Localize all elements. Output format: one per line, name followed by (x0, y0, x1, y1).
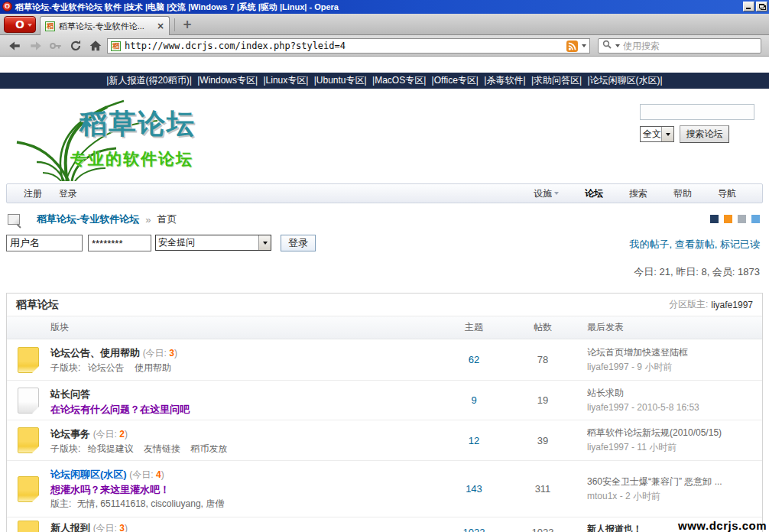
rss-icon[interactable] (566, 41, 578, 52)
nav-macos[interactable]: |MacOS专区| (372, 75, 426, 86)
style-square-navy[interactable] (710, 215, 719, 223)
style-square-blue[interactable] (751, 215, 760, 223)
board-link[interactable]: 论坛事务 (50, 428, 90, 440)
breadcrumb-site-link[interactable]: 稻草论坛-专业软件论坛 (37, 212, 139, 226)
nav-antivirus[interactable]: |杀毒软件| (484, 75, 525, 86)
security-question-select[interactable]: 安全提问 (155, 235, 271, 251)
nav-water[interactable]: |论坛闲聊区(水区)| (587, 75, 662, 86)
nav-help[interactable]: |求助问答区| (531, 75, 582, 86)
select-arrow-icon (258, 235, 271, 250)
board-link[interactable]: 论坛闲聊区(水区) (50, 469, 127, 480)
new-tab-button[interactable]: + (180, 18, 194, 31)
mods-label: 版主: (50, 498, 71, 509)
nav-linux[interactable]: |Linux专区| (263, 75, 308, 86)
board-link[interactable]: 论坛公告、使用帮助 (50, 347, 140, 358)
last-post-meta: liyafe1997 - 2010-5-8 16:53 (587, 401, 762, 415)
col-last: 最后发表 (577, 321, 762, 334)
topic-count: 62 (440, 339, 508, 380)
forum-category-box: 稻草论坛 分区版主: liyafe1997 版块 主题 帖数 最后发表 论坛公告… (6, 293, 763, 532)
menu-forum[interactable]: 论坛 (585, 187, 603, 200)
post-count: 1023 (508, 517, 577, 532)
today-count: 4 (156, 469, 161, 480)
post-count: 39 (508, 420, 577, 460)
subforum-link[interactable]: 论坛公告 (88, 362, 125, 373)
moderators-links[interactable]: 无情, 651141618, ciscoliuyang, 唐僧 (77, 498, 225, 509)
last-post-link[interactable]: 360安全卫士爆“兼容门” 恶意卸 ... (587, 475, 762, 489)
minimize-button[interactable] (743, 2, 754, 11)
topic-count: 1022 (440, 517, 508, 532)
category-title[interactable]: 稻草论坛 (16, 298, 669, 312)
tab-title: 稻草论坛-专业软件论... (59, 21, 153, 32)
sub-label: 子版块: (50, 362, 80, 373)
forum-new-posts-icon (18, 476, 39, 502)
subforum-link[interactable]: 稻币发放 (190, 443, 227, 454)
my-posts-links[interactable]: 我的帖子, 查看新帖, 标记已读 (630, 238, 760, 251)
col-topics: 主题 (440, 321, 508, 334)
select-arrow-icon (661, 127, 673, 141)
menu-help[interactable]: 帮助 (673, 187, 692, 200)
search-engine-dropdown-icon[interactable] (615, 44, 620, 47)
password-field[interactable] (88, 235, 151, 251)
opera-menu-button[interactable]: O (4, 16, 36, 33)
table-row: 站长问答 在论坛有什么问题？在这里问吧 9 19 站长求助 liyafe1997… (7, 381, 762, 420)
topic-count: 9 (440, 381, 508, 420)
last-post-meta: mtou1x - 2 小时前 (587, 489, 762, 504)
search-scope-select[interactable]: 全文 (640, 126, 674, 142)
site-logo-subtitle: 专业的软件论坛 (70, 148, 193, 170)
style-switcher (710, 215, 760, 223)
login-submit-button[interactable]: 登录 (281, 235, 316, 251)
chevron-down-icon (28, 24, 32, 27)
table-row: 论坛闲聊区(水区) (今日: 4) 想灌水吗？来这里灌水吧！ 版主: 无情, 6… (7, 461, 762, 517)
browser-tab[interactable]: 稻 稻草论坛-专业软件论... × (40, 16, 170, 35)
rss-dropdown-icon[interactable] (582, 44, 586, 47)
restore-button[interactable] (756, 2, 767, 11)
home-button[interactable] (89, 39, 102, 53)
menu-nav[interactable]: 导航 (718, 187, 736, 200)
forum-new-posts-icon (18, 521, 39, 532)
forum-menubar: 注册 登录 设施 论坛 搜索 帮助 导航 (6, 183, 763, 203)
url-field[interactable]: 稻 http://www.dcrjs.com/index.php?styleid… (107, 38, 590, 54)
subforum-link[interactable]: 友情链接 (144, 443, 180, 454)
username-field[interactable] (6, 235, 83, 251)
search-scope-value: 全文 (641, 128, 661, 141)
url-text: http://www.dcrjs.com/index.php?styleid=4 (125, 41, 563, 51)
menu-search[interactable]: 搜索 (629, 187, 647, 200)
forward-button[interactable] (29, 39, 43, 53)
forum-search-button[interactable]: 搜索论坛 (680, 125, 729, 143)
site-header: 稻草论坛 专业的软件论坛 全文 搜索论坛 (0, 89, 769, 181)
breadcrumb-separator: » (145, 214, 151, 225)
browser-search-box[interactable] (598, 38, 761, 54)
reload-button[interactable] (69, 39, 83, 53)
forum-search-input[interactable] (640, 104, 754, 120)
col-board: 版块 (7, 321, 440, 334)
tab-close-icon[interactable]: × (157, 21, 164, 31)
login-link[interactable]: 登录 (59, 187, 77, 200)
moderator-link[interactable]: liyafe1997 (711, 300, 753, 310)
browser-search-input[interactable] (623, 41, 757, 51)
topic-count: 12 (440, 420, 508, 460)
back-button[interactable] (8, 39, 21, 53)
post-count: 78 (508, 339, 577, 380)
subforum-link[interactable]: 使用帮助 (135, 362, 171, 373)
post-count: 311 (508, 461, 577, 517)
nav-newbie[interactable]: |新人报道(得20稻币)| (106, 75, 192, 86)
wand-key-icon[interactable] (49, 39, 63, 53)
url-favicon-icon: 稻 (111, 41, 121, 51)
board-link[interactable]: 站长问答 (50, 388, 90, 400)
table-row: 论坛事务 (今日: 2) 子版块: 给我提建议 友情链接 稻币发放 12 39 … (7, 420, 762, 461)
last-post-link[interactable]: 论坛首页增加快速登陆框 (587, 345, 762, 360)
nav-office[interactable]: |Office专区| (432, 75, 479, 86)
nav-windows[interactable]: |Windows专区| (197, 75, 258, 86)
nav-ubuntu[interactable]: |Ubuntu专区| (314, 75, 367, 86)
subforum-link[interactable]: 给我提建议 (88, 443, 134, 454)
last-post-link[interactable]: 稻草软件论坛新坛规(2010/05/15) (587, 426, 762, 440)
topic-count: 143 (440, 461, 508, 517)
board-description: 想灌水吗？来这里灌水吧！ (50, 482, 440, 497)
style-square-orange[interactable] (724, 215, 732, 223)
menu-plugins[interactable]: 设施 (534, 187, 559, 200)
style-square-gray[interactable] (738, 215, 746, 223)
register-link[interactable]: 注册 (24, 187, 42, 200)
tab-bar: O 稻 稻草论坛-专业软件论... × + (0, 14, 769, 35)
board-link[interactable]: 新人报到 (50, 522, 90, 532)
last-post-link[interactable]: 站长求助 (587, 386, 762, 401)
